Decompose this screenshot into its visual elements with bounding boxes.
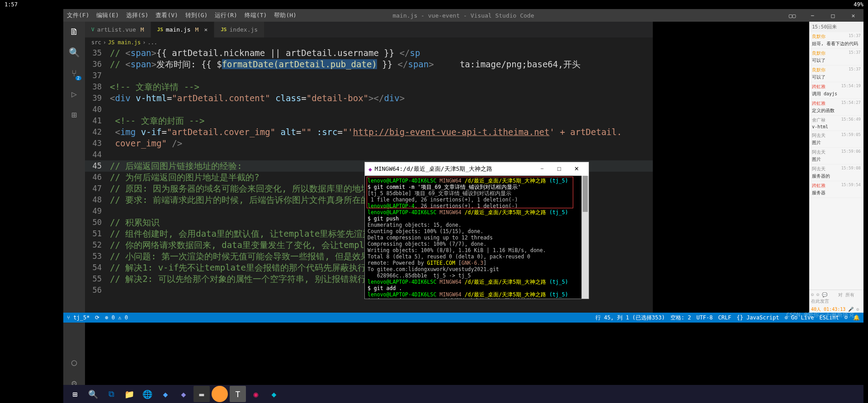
minimize-button[interactable]: −	[802, 12, 823, 19]
js-icon: JS	[157, 27, 163, 33]
code-line[interactable]: 43 cover_img" />	[85, 138, 653, 149]
breadcrumb[interactable]: src› JS main.js› ...	[85, 37, 653, 47]
debug-icon[interactable]: ▷	[68, 88, 80, 100]
search-taskbar-icon[interactable]: 🔍	[85, 386, 101, 402]
terminal-line: remote: Powered by GITEE.COM [GNK-6.3]	[368, 260, 586, 266]
explorer-icon[interactable]: 🗎	[68, 25, 80, 38]
status-language[interactable]: {} JavaScript	[736, 314, 779, 321]
app-taskbar-icon[interactable]: ◆	[157, 386, 174, 402]
app2-taskbar-icon[interactable]: ◆	[175, 386, 192, 402]
code-line[interactable]: 42 <img v-if="artDetail.cover_img" alt="…	[85, 127, 653, 138]
chat-message[interactable]: 良默你15:37可以了	[809, 49, 863, 66]
terminal-body[interactable]: lenovo@LAPTOP-4DIK6LSC MINGW64 /d/最近_桌面/…	[365, 176, 589, 299]
terminal-line: lenovo@LAPTOP-4DIK6LSC MINGW64 /d/最近_桌面/…	[368, 291, 586, 298]
status-sync[interactable]: ⟳	[95, 314, 99, 321]
terminal-line: Total 8 (delta 5), reused 0 (delta 0), p…	[368, 253, 586, 260]
menu-terminal[interactable]: 终端(T)	[241, 11, 270, 19]
app6-taskbar-icon[interactable]: ◆	[266, 386, 282, 402]
menu-view[interactable]: 查看(V)	[152, 11, 181, 19]
highlight-box	[367, 177, 573, 208]
terminal-line: Counting objects: 100% (15/15), done.	[368, 228, 586, 234]
chat-message[interactable]: 阿去天15:59:06图片	[809, 148, 863, 164]
layout-icon[interactable]: ▢▢	[782, 12, 802, 19]
menu-selection[interactable]: 选择(S)	[123, 11, 152, 19]
chat-message[interactable]: 良默你15:37可以了	[809, 66, 863, 82]
chat-message[interactable]: 阿去天15:59:08服务器的	[809, 164, 863, 181]
activity-bar: 🗎 🔍 ⑂2 ▷ ⊞ ◯ ⚙	[63, 22, 85, 394]
terminal-line: Enumerating objects: 15, done.	[368, 222, 586, 228]
chat-panel: 15:50回来 良默你15:37姐哥, 看看下边的代码良默你15:37可以了良默…	[809, 22, 863, 314]
terminal-header: ◆ MINGW64:/d/最近_桌面/天津5期_大神之路 − □ ✕	[365, 162, 589, 176]
terminal-scrollbar[interactable]	[581, 176, 589, 299]
tab-index-js[interactable]: JS index.js	[214, 22, 264, 37]
terminal-line: Writing objects: 100% (8/8), 1.16 KiB | …	[368, 247, 586, 253]
chat-message[interactable]: 阿去天15:59:05图片	[809, 131, 863, 148]
explorer-taskbar-icon[interactable]: 📁	[121, 386, 137, 402]
scm-badge: 2	[75, 76, 81, 80]
tab-main-js[interactable]: JS main.js M ×	[151, 22, 215, 37]
accounts-icon[interactable]: ◯	[68, 356, 80, 369]
editor-tabs: V artList.vue M JS main.js M × JS index.…	[85, 22, 653, 37]
status-bar: ⑂ tj_5* ⟳ ⊗ 0 ⚠ 0 行 45, 列 1 (已选择353) 空格:…	[63, 313, 863, 323]
terminal-line: $ git commit -m '项目_70_文章详情_内容格式解决_图片地址拼…	[368, 298, 586, 299]
code-line[interactable]: 36// <span>发布时间: {{ $formatDate(artDetai…	[85, 59, 653, 70]
terminal-line: Compressing objects: 100% (7/7), done.	[368, 241, 586, 247]
code-line[interactable]: 35// <span>{{ artDetail.nickname || artD…	[85, 47, 653, 59]
code-line[interactable]: 38<!-- 文章的详情 -->	[85, 81, 653, 93]
vscode-taskbar-icon[interactable]: ⧉	[103, 386, 119, 402]
chat-message[interactable]: 跨虹雅15:59:54服务器	[809, 181, 863, 198]
terminal-line: lenovo@LAPTOP-4DIK6LSC MINGW64 /d/最近_桌面/…	[368, 209, 586, 216]
terminal-line: $ git add .	[368, 285, 586, 291]
chrome-taskbar-icon[interactable]: 🌐	[139, 386, 156, 402]
vue-icon: V	[91, 27, 94, 33]
chat-time-header: 15:50回来	[809, 22, 863, 32]
status-problems[interactable]: ⊗ 0 ⚠ 0	[105, 314, 128, 321]
terminal-taskbar-icon[interactable]: ▬	[193, 386, 210, 402]
code-line[interactable]: 44	[85, 149, 653, 160]
terminal-line: To gitee.com:lidongxuwork/vuestudy2021.g…	[368, 266, 586, 272]
app3-taskbar-icon[interactable]	[212, 386, 228, 402]
code-line[interactable]: 41 <!-- 文章的封面 -->	[85, 115, 653, 127]
phone-status-bar: 1:57 49%	[0, 0, 868, 9]
menu-file[interactable]: 文件(F)	[63, 11, 93, 19]
chat-message[interactable]: 良默你15:37姐哥, 看看下边的代码	[809, 32, 863, 49]
term-close-button[interactable]: ✕	[568, 165, 585, 173]
code-line[interactable]: 39<div v-html="artDetail.content" class=…	[85, 93, 653, 104]
status-encoding[interactable]: UTF-8	[696, 314, 712, 321]
terminal-line: lenovo@LAPTOP-4DIK6LSC MINGW64 /d/最近_桌面/…	[368, 279, 586, 285]
menu-edit[interactable]: 编辑(E)	[93, 11, 122, 19]
menu-help[interactable]: 帮助(H)	[270, 11, 300, 19]
tab-close-icon[interactable]: ×	[204, 26, 208, 33]
code-line[interactable]: 40	[85, 104, 653, 115]
menu-run[interactable]: 运行(R)	[211, 11, 241, 19]
app5-taskbar-icon[interactable]: ◉	[248, 386, 264, 402]
window-title: main.js - vue-event - Visual Studio Code	[392, 12, 534, 19]
status-battery: 49%	[854, 1, 863, 8]
js-icon: JS	[221, 27, 226, 33]
term-maximize-button[interactable]: □	[551, 165, 568, 173]
close-button[interactable]: ✕	[843, 12, 863, 19]
status-eol[interactable]: CRLF	[718, 314, 731, 321]
maximize-button[interactable]: □	[823, 12, 843, 19]
vscode-menubar: 文件(F) 编辑(E) 选择(S) 查看(V) 转到(G) 运行(R) 终端(T…	[63, 9, 863, 22]
scm-icon[interactable]: ⑂2	[68, 67, 80, 80]
chat-message[interactable]: 跨虹雅15:54:19调用 dayjs	[809, 82, 863, 99]
terminal-title: MINGW64:/d/最近_桌面/天津5期_大神之路	[375, 165, 492, 173]
code-line[interactable]: 37	[85, 70, 653, 81]
terminal-line: $ git push	[368, 216, 586, 222]
terminal-line: 628966c..85dbb1e tj_5 -> tj_5	[368, 272, 586, 279]
chat-input-hint[interactable]: 在此发言	[811, 298, 862, 305]
status-cursor[interactable]: 行 45, 列 1 (已选择353)	[595, 314, 665, 322]
app4-taskbar-icon[interactable]: T	[230, 386, 246, 402]
status-branch[interactable]: ⑂ tj_5*	[67, 314, 90, 321]
search-icon[interactable]: 🔍	[68, 46, 80, 59]
start-button[interactable]: ⊞	[67, 386, 83, 402]
term-minimize-button[interactable]: −	[533, 165, 551, 173]
extensions-icon[interactable]: ⊞	[68, 108, 80, 121]
menu-go[interactable]: 转到(G)	[182, 11, 211, 19]
chat-message[interactable]: 跨虹雅15:54:27定义的函数	[809, 99, 863, 116]
status-spaces[interactable]: 空格: 2	[670, 314, 691, 322]
watermark: CSDN @爱你三千遍斯塔克	[786, 311, 854, 319]
chat-message[interactable]: 舍广禄15:56:49v-html	[809, 116, 863, 131]
tab-artlist[interactable]: V artList.vue M	[85, 22, 151, 37]
